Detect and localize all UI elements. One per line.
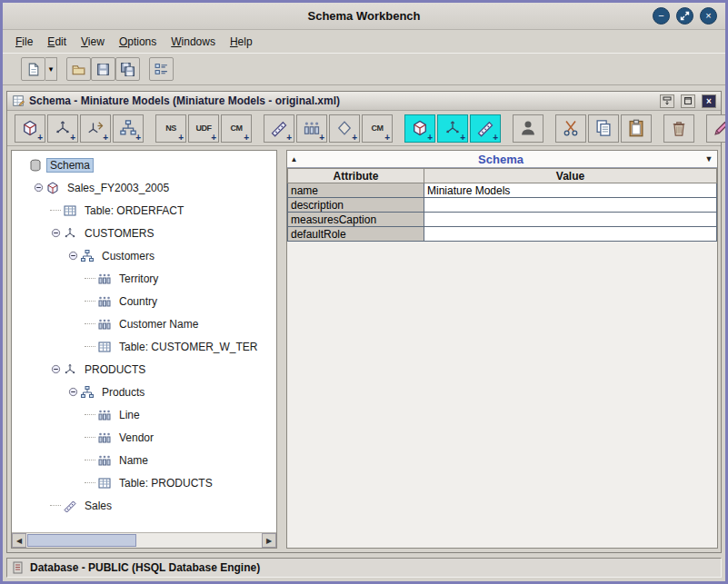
value-cell[interactable] — [424, 198, 717, 213]
main-toolbar: ▾ — [3, 53, 725, 85]
frame-iconify-button[interactable] — [660, 94, 674, 108]
close-icon: × — [705, 11, 711, 21]
value-cell[interactable]: Miniature Models — [424, 183, 717, 198]
scroll-left-button[interactable]: ◀ — [12, 533, 26, 548]
value-cell[interactable] — [424, 213, 717, 227]
properties-dropdown-button[interactable]: ▼ — [701, 154, 717, 163]
add-level-button[interactable]: + — [296, 114, 327, 143]
expander-icon[interactable] — [31, 183, 45, 193]
tree-item-hierarchy-customers[interactable]: Customers — [12, 244, 276, 267]
dimension-usage-icon — [86, 119, 105, 137]
expander-icon[interactable] — [48, 364, 63, 374]
new-schema-dropdown-button[interactable]: ▾ — [45, 57, 57, 81]
add-named-set-button[interactable]: NS + — [155, 114, 186, 143]
copy-button[interactable] — [588, 114, 619, 143]
add-role-button[interactable] — [513, 114, 544, 143]
edit-mode-button[interactable] — [706, 114, 728, 143]
collapse-up-button[interactable]: ▲ — [287, 152, 301, 167]
table-row: defaultRole — [288, 227, 717, 242]
preferences-button[interactable] — [149, 57, 174, 81]
schema-toolbar: + + + + NS + — [7, 111, 721, 146]
schema-tree-panel: Schema Sales_FY2003_2005 Table: ORDERFAC… — [11, 150, 277, 549]
menu-windows[interactable]: Windows — [164, 33, 223, 51]
add-calculated-member-button[interactable]: CM + — [221, 114, 252, 143]
scrollbar-thumb[interactable] — [27, 534, 136, 547]
paste-button[interactable] — [621, 114, 652, 143]
minimize-icon: − — [658, 11, 663, 21]
add-dimension-button[interactable]: + — [47, 114, 78, 143]
expander-icon[interactable] — [48, 228, 63, 238]
menu-help[interactable]: Help — [223, 33, 260, 51]
attributes-table: Attribute Value name Miniature Models de… — [287, 168, 717, 242]
window-title: Schema Workbench — [3, 9, 725, 23]
level-icon — [97, 316, 115, 332]
expander-icon[interactable] — [65, 387, 80, 397]
tree-line — [83, 323, 97, 324]
tree-item-level-customer-name[interactable]: Customer Name — [12, 312, 276, 335]
tree-horizontal-scrollbar[interactable]: ◀ ▶ — [12, 532, 276, 548]
add-dimension-usage-button[interactable]: + — [80, 114, 111, 143]
tree-item-level-country[interactable]: Country — [12, 290, 276, 312]
open-button[interactable] — [66, 57, 91, 81]
window-controls: − × — [653, 7, 717, 25]
tree-item-table-products[interactable]: Table: PRODUCTS — [12, 471, 276, 494]
delete-button[interactable] — [663, 114, 694, 143]
add-virtual-cube-dimension-button[interactable]: + — [437, 114, 468, 143]
add-measure-button[interactable]: + — [264, 114, 294, 143]
titlebar: Schema Workbench − × — [3, 3, 725, 30]
add-hierarchy-button[interactable]: + — [113, 114, 144, 143]
new-schema-button[interactable] — [21, 57, 45, 81]
schema-tree: Schema Sales_FY2003_2005 Table: ORDERFAC… — [12, 151, 276, 532]
menu-view[interactable]: View — [74, 33, 112, 51]
tree-item-cube-sales[interactable]: Sales_FY2003_2005 — [12, 176, 276, 199]
tree-item-hierarchy-products[interactable]: Products — [12, 381, 276, 403]
menu-file[interactable]: File — [8, 33, 40, 51]
add-cube-button[interactable]: + — [15, 114, 45, 143]
dropdown-icon: ▼ — [705, 154, 713, 163]
tree-line — [83, 346, 97, 347]
add-user-defined-function-button[interactable]: UDF + — [188, 114, 219, 143]
status-bar: Database - PUBLIC (HSQL Database Engine) — [6, 558, 722, 578]
tree-item-table-customer-w-ter[interactable]: Table: CUSTOMER_W_TER — [12, 335, 276, 358]
cut-button[interactable] — [555, 114, 586, 143]
hierarchy-icon — [80, 248, 97, 263]
preferences-icon — [154, 62, 169, 77]
tree-item-label: Vendor — [115, 431, 157, 445]
table-row: description — [288, 198, 717, 213]
save-as-button[interactable] — [115, 57, 140, 81]
menu-options[interactable]: Options — [112, 33, 164, 51]
tree-item-level-name[interactable]: Name — [12, 449, 276, 471]
minimize-button[interactable]: − — [653, 7, 670, 25]
add-virtual-cube-calculated-member-button[interactable]: CM + — [362, 114, 393, 143]
menu-edit[interactable]: Edit — [40, 33, 74, 51]
tree-item-schema[interactable]: Schema — [12, 153, 276, 176]
split-divider[interactable] — [277, 150, 286, 549]
expander-icon[interactable] — [65, 251, 80, 261]
add-virtual-cube-button[interactable]: + — [404, 114, 435, 143]
tree-item-table-orderfact[interactable]: Table: ORDERFACT — [12, 199, 276, 222]
tree-item-measure-sales[interactable]: Sales — [12, 494, 276, 517]
value-cell[interactable] — [424, 227, 717, 242]
attribute-cell: defaultRole — [288, 227, 424, 242]
table-icon — [97, 339, 115, 354]
add-virtual-cube-measure-button[interactable]: + — [470, 114, 501, 143]
tree-item-label: Customers — [98, 249, 158, 263]
maximize-button[interactable] — [676, 7, 693, 25]
frame-maximize-button[interactable] — [681, 94, 695, 108]
database-status-icon — [13, 561, 24, 574]
calculated-member-icon: CM — [231, 124, 243, 133]
tree-item-level-territory[interactable]: Territory — [12, 267, 276, 290]
frame-close-button[interactable]: × — [702, 94, 716, 108]
tree-item-dimension-customers[interactable]: CUSTOMERS — [12, 222, 276, 244]
save-as-icon — [120, 62, 135, 77]
tree-item-level-vendor[interactable]: Vendor — [12, 426, 276, 449]
tree-item-dimension-products[interactable]: PRODUCTS — [12, 358, 276, 381]
scroll-right-button[interactable]: ▶ — [262, 533, 276, 548]
tree-item-level-line[interactable]: Line — [12, 403, 276, 426]
tree-item-label: Sales — [81, 499, 115, 513]
close-button[interactable]: × — [700, 7, 717, 25]
save-button[interactable] — [91, 57, 115, 81]
split-pane: Schema Sales_FY2003_2005 Table: ORDERFAC… — [7, 146, 721, 552]
add-property-button[interactable]: + — [329, 114, 360, 143]
udf-icon: UDF — [196, 124, 212, 133]
